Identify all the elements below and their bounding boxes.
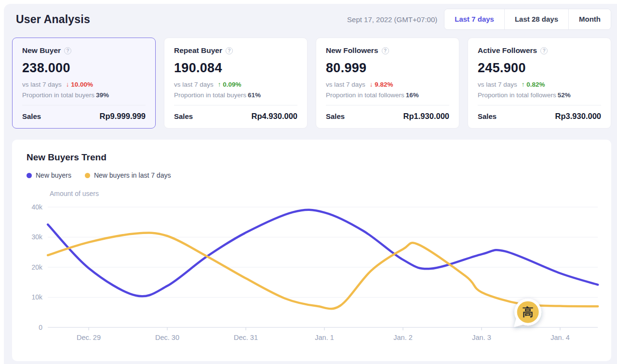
sales-value: Rp9.999.999 <box>100 112 146 121</box>
chart-legend: New buyers New buyers in last 7 days <box>27 171 597 179</box>
vs-label: vs last 7 days <box>22 81 62 88</box>
proportion-value: 16% <box>406 91 419 99</box>
proportion-row: Proportion in total followers16% <box>326 91 449 99</box>
legend-dot-blue <box>27 173 32 178</box>
card-divider <box>174 105 297 105</box>
svg-text:Dec. 29: Dec. 29 <box>77 334 101 341</box>
new-buyers-trend-card: New Buyers Trend New buyers New buyers i… <box>12 140 611 361</box>
sales-row: Sales Rp4.930.000 <box>174 112 297 121</box>
proportion-value: 39% <box>96 91 109 99</box>
proportion-row: Proportion in total buyers39% <box>22 91 146 99</box>
svg-text:Jan. 4: Jan. 4 <box>550 334 570 341</box>
vs-row: vs last 7 days ↓ 10.00% <box>22 81 146 88</box>
svg-text:Jan. 3: Jan. 3 <box>472 334 491 341</box>
stat-card-active-followers[interactable]: Active Followers ? 245.900 vs last 7 day… <box>468 38 611 129</box>
svg-text:40k: 40k <box>31 203 43 211</box>
vs-row: vs last 7 days ↑ 0.82% <box>478 81 601 88</box>
range-button-last-28-days[interactable]: Last 28 days <box>504 9 568 29</box>
svg-text:高: 高 <box>523 306 534 318</box>
range-button-month[interactable]: Month <box>568 9 611 29</box>
card-title: New Buyer <box>22 46 61 55</box>
screen: User Analysis Sept 17, 2022 (GMT+07:00) … <box>0 0 617 364</box>
svg-text:Jan. 1: Jan. 1 <box>315 334 334 341</box>
sales-label: Sales <box>326 112 345 120</box>
change-value: 0.82% <box>526 81 545 88</box>
vs-label: vs last 7 days <box>326 81 365 88</box>
change-badge: ↓ 9.82% <box>370 81 393 88</box>
card-divider <box>478 105 601 105</box>
change-value: 10.00% <box>71 81 93 88</box>
arrow-down-icon: ↓ <box>370 81 373 88</box>
sales-value: Rp4.930.000 <box>252 112 297 121</box>
help-icon[interactable]: ? <box>64 47 71 54</box>
date-label: Sept 17, 2022 (GMT+07:00) <box>347 15 437 24</box>
vs-label: vs last 7 days <box>478 81 517 88</box>
card-value: 238.000 <box>22 61 146 76</box>
vs-row: vs last 7 days ↑ 0.09% <box>174 81 297 88</box>
vs-label: vs last 7 days <box>174 81 214 88</box>
card-title-row: Active Followers ? <box>478 46 601 55</box>
change-value: 0.09% <box>223 81 241 88</box>
proportion-row: Proportion in total followers52% <box>478 91 601 99</box>
card-title: Repeat Buyer <box>174 46 222 55</box>
date-range-segmented-control: Last 7 days Last 28 days Month <box>444 9 611 30</box>
sales-row: Sales Rp3.930.000 <box>478 112 601 121</box>
card-title-row: Repeat Buyer ? <box>174 46 297 55</box>
legend-label: New buyers in last 7 days <box>94 171 171 179</box>
user-analysis-panel: User Analysis Sept 17, 2022 (GMT+07:00) … <box>4 4 617 364</box>
arrow-up-icon: ↑ <box>218 81 221 88</box>
sales-label: Sales <box>22 112 41 120</box>
change-value: 9.82% <box>375 81 393 88</box>
svg-text:30k: 30k <box>31 233 43 241</box>
change-badge: ↑ 0.09% <box>218 81 241 88</box>
svg-text:Dec. 31: Dec. 31 <box>234 334 258 341</box>
sales-label: Sales <box>174 112 193 120</box>
proportion-value: 61% <box>248 91 261 99</box>
card-title: New Followers <box>326 46 378 55</box>
svg-text:Jan. 2: Jan. 2 <box>393 334 413 341</box>
help-icon[interactable]: ? <box>382 47 389 54</box>
card-value: 190.084 <box>174 61 297 76</box>
card-value: 245.900 <box>478 61 601 76</box>
card-value: 80.999 <box>326 61 449 76</box>
stat-card-new-followers[interactable]: New Followers ? 80.999 vs last 7 days ↓ … <box>316 38 459 129</box>
card-divider <box>22 105 146 105</box>
change-badge: ↓ 10.00% <box>66 81 93 88</box>
range-button-last-7-days[interactable]: Last 7 days <box>444 9 504 29</box>
legend-item-new-buyers[interactable]: New buyers <box>27 171 71 179</box>
proportion-label: Proportion in total followers <box>326 91 404 99</box>
legend-item-new-buyers-last-7-days[interactable]: New buyers in last 7 days <box>85 171 171 179</box>
change-badge: ↑ 0.82% <box>522 81 545 88</box>
card-title: Active Followers <box>478 46 537 55</box>
help-icon[interactable]: ? <box>226 47 233 54</box>
legend-label: New buyers <box>36 171 71 179</box>
svg-text:10k: 10k <box>31 293 43 301</box>
proportion-label: Proportion in total buyers <box>22 91 94 99</box>
page-title: User Analysis <box>16 13 90 26</box>
arrow-down-icon: ↓ <box>66 81 69 88</box>
page-header: User Analysis Sept 17, 2022 (GMT+07:00) … <box>12 9 611 30</box>
svg-text:20k: 20k <box>31 263 43 271</box>
sales-value: Rp3.930.000 <box>555 112 601 121</box>
legend-dot-yellow <box>85 173 90 178</box>
proportion-row: Proportion in total buyers61% <box>174 91 297 99</box>
sales-label: Sales <box>478 112 496 120</box>
proportion-value: 52% <box>558 91 571 99</box>
svg-text:Dec. 30: Dec. 30 <box>155 334 179 341</box>
svg-text:0: 0 <box>39 324 42 331</box>
stat-card-repeat-buyer[interactable]: Repeat Buyer ? 190.084 vs last 7 days ↑ … <box>164 38 308 129</box>
card-title-row: New Followers ? <box>326 46 449 55</box>
stat-card-new-buyer[interactable]: New Buyer ? 238.000 vs last 7 days ↓ 10.… <box>12 38 156 129</box>
stat-cards-row: New Buyer ? 238.000 vs last 7 days ↓ 10.… <box>12 38 611 129</box>
y-axis-title: Amount of users <box>50 190 611 197</box>
help-icon[interactable]: ? <box>540 47 548 54</box>
sales-row: Sales Rp9.999.999 <box>22 112 146 121</box>
proportion-label: Proportion in total buyers <box>174 91 246 99</box>
sales-row: Sales Rp1.930.000 <box>326 112 449 121</box>
sales-value: Rp1.930.000 <box>403 112 449 121</box>
vs-row: vs last 7 days ↓ 9.82% <box>326 81 449 88</box>
header-controls: Sept 17, 2022 (GMT+07:00) Last 7 days La… <box>347 9 611 30</box>
chart-title: New Buyers Trend <box>27 152 597 163</box>
trend-chart-svg[interactable]: 010k20k30k40kDec. 29Dec. 30Dec. 31Jan. 1… <box>12 199 611 352</box>
proportion-label: Proportion in total followers <box>478 91 556 99</box>
